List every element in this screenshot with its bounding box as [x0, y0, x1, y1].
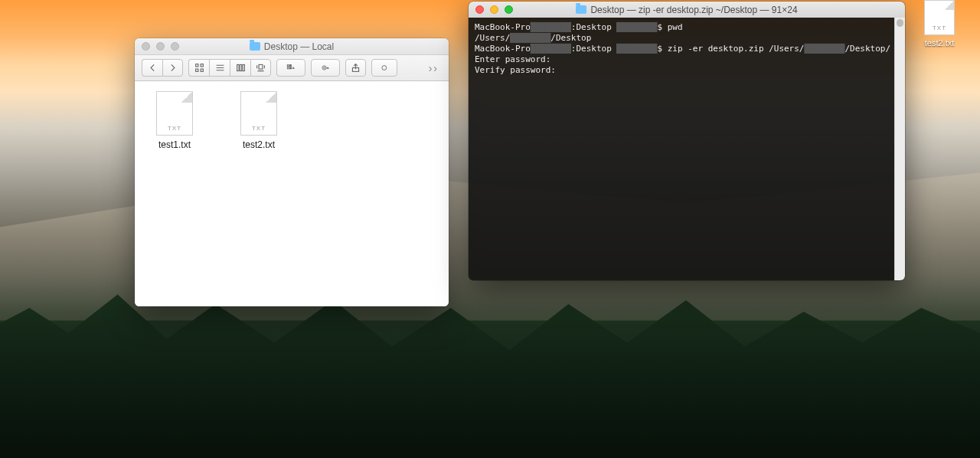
list-view-button[interactable]: [209, 59, 230, 77]
svg-rect-8: [240, 64, 241, 70]
folder-icon: [250, 42, 260, 51]
term-text: /Users/: [475, 33, 510, 43]
svg-rect-0: [195, 64, 198, 67]
list-icon: [215, 63, 225, 73]
term-text: $ zip -er desktop.zip /Users/: [657, 44, 804, 54]
terminal-title: Desktop — zip -er desktop.zip ~/Desktop …: [590, 5, 797, 15]
svg-rect-15: [289, 65, 291, 67]
terminal-titlebar[interactable]: Desktop — zip -er desktop.zip ~/Desktop …: [469, 2, 905, 18]
file-label: test1.txt: [158, 139, 191, 150]
nav-group: [142, 59, 183, 77]
term-text: :Desktop: [571, 44, 617, 54]
icon-view-button[interactable]: [188, 59, 209, 77]
svg-rect-3: [201, 69, 203, 71]
tags-button[interactable]: [371, 59, 397, 77]
action-group: [311, 59, 340, 77]
term-text: Enter password:: [475, 54, 550, 64]
folder-icon: [576, 5, 586, 14]
tag-icon: [380, 63, 390, 73]
close-button[interactable]: [142, 42, 150, 51]
maximize-button[interactable]: [505, 5, 513, 14]
redacted: ████████: [616, 22, 657, 32]
term-text: /Desktop/: [844, 44, 890, 54]
file-item[interactable]: test2.txt: [228, 91, 289, 150]
txt-file-icon: [240, 91, 277, 136]
arrange-group: [276, 59, 305, 77]
close-button[interactable]: [475, 5, 484, 14]
file-label: test2.txt: [243, 139, 275, 150]
svg-rect-16: [287, 67, 289, 69]
terminal-window[interactable]: Desktop — zip -er desktop.zip ~/Desktop …: [469, 2, 905, 280]
arrange-button[interactable]: [276, 59, 305, 77]
txt-file-icon: [156, 91, 193, 136]
chevron-right-icon: [172, 64, 175, 70]
term-text: /Desktop: [550, 33, 591, 43]
svg-rect-7: [237, 64, 238, 70]
column-view-button[interactable]: [230, 59, 250, 77]
terminal-content[interactable]: MacBook-Pro████████:Desktop ████████$ pw…: [469, 18, 894, 280]
grid-icon: [194, 63, 204, 73]
svg-rect-17: [289, 67, 291, 69]
terminal-scrollbar[interactable]: [894, 18, 905, 280]
minimize-button[interactable]: [156, 42, 165, 51]
svg-point-18: [322, 66, 325, 70]
svg-rect-10: [259, 64, 263, 69]
columns-icon: [236, 63, 246, 73]
redacted: ████████: [510, 33, 550, 43]
terminal-traffic-lights: [469, 5, 513, 14]
svg-rect-14: [287, 65, 289, 67]
finder-window[interactable]: Desktop — Local: [135, 38, 449, 306]
share-button[interactable]: [345, 59, 366, 77]
back-button[interactable]: [142, 59, 162, 77]
view-group: [188, 59, 271, 77]
forward-button[interactable]: [162, 59, 183, 77]
action-button[interactable]: [311, 59, 340, 77]
gear-icon: [321, 63, 331, 73]
finder-titlebar[interactable]: Desktop — Local: [135, 38, 449, 55]
maximize-button[interactable]: [171, 42, 179, 51]
term-text: Verify password:: [475, 65, 556, 75]
txt-file-icon: [924, 0, 955, 35]
svg-rect-2: [195, 69, 198, 71]
term-text: MacBook-Pro: [475, 44, 531, 54]
toolbar-overflow[interactable]: ››: [429, 62, 442, 74]
svg-rect-1: [201, 64, 203, 67]
redacted: ████████: [805, 44, 845, 54]
share-icon: [351, 63, 361, 73]
finder-content[interactable]: test1.txt test2.txt: [135, 82, 449, 306]
desktop-file-label: test2.txt: [923, 38, 957, 48]
file-item[interactable]: test1.txt: [144, 91, 205, 150]
redacted: ████████: [616, 44, 657, 54]
term-text: :Desktop: [571, 22, 617, 32]
scrollbar-thumb[interactable]: [897, 19, 903, 27]
finder-traffic-lights: [135, 42, 179, 51]
svg-rect-9: [242, 64, 243, 70]
coverflow-view-button[interactable]: [250, 59, 271, 77]
redacted: ████████: [531, 22, 571, 32]
arrange-icon: [286, 63, 296, 73]
term-text: $ pwd: [657, 22, 682, 32]
minimize-button[interactable]: [490, 5, 498, 14]
svg-point-21: [381, 66, 386, 70]
redacted: ████████: [531, 44, 571, 54]
finder-toolbar: ››: [135, 55, 449, 81]
desktop-file[interactable]: test2.txt: [913, 0, 966, 48]
chevron-left-icon: [151, 64, 154, 70]
finder-title: Desktop — Local: [264, 41, 334, 52]
coverflow-icon: [256, 63, 266, 73]
svg-point-19: [323, 67, 325, 69]
term-text: MacBook-Pro: [475, 22, 531, 32]
